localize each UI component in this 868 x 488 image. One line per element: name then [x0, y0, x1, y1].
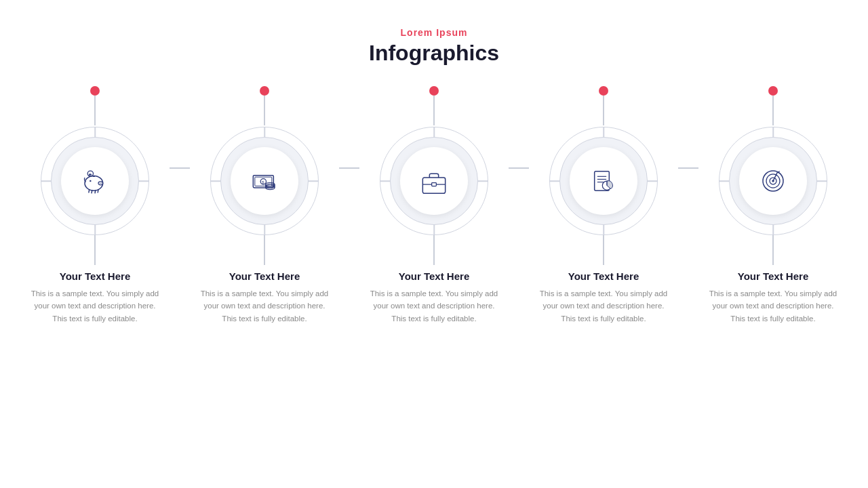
- line-vert-bottom-5: [772, 235, 774, 265]
- svg-line-6: [92, 190, 92, 193]
- inner-circle-2: $: [231, 147, 298, 215]
- svg-point-4: [101, 183, 102, 184]
- text-heading-5: Your Text Here: [705, 270, 841, 282]
- timeline-top-1: [90, 86, 100, 127]
- text-section-4: Your Text Here This is a sample text. Yo…: [536, 270, 671, 325]
- dot-1: [90, 86, 100, 96]
- connector-line-3: [509, 167, 529, 169]
- svg-line-5: [89, 190, 90, 193]
- dot-2: [260, 86, 269, 96]
- text-heading-2: Your Text Here: [197, 270, 332, 282]
- line-vert-top-5: [772, 96, 774, 125]
- text-body-3: This is a sample text. You simply add yo…: [366, 287, 502, 325]
- connector-1-2: [170, 167, 190, 169]
- timeline-top-3: [429, 86, 439, 127]
- text-heading-4: Your Text Here: [536, 270, 671, 282]
- piggy-icon: $: [78, 164, 112, 198]
- item-col-5: Your Text Here This is a sample text. Yo…: [698, 86, 848, 325]
- line-vert-top-2: [264, 96, 265, 125]
- line-vert-bottom-3: [433, 235, 435, 265]
- text-body-4: This is a sample text. You simply add yo…: [536, 287, 671, 325]
- slide: Lorem Ipsum Infographics: [0, 0, 868, 488]
- line-vert-bottom-4: [603, 235, 604, 265]
- timeline-top-2: [260, 86, 269, 127]
- connector-4-5: [678, 167, 698, 169]
- circle-4: [549, 127, 658, 235]
- timeline-top-4: [599, 86, 608, 127]
- line-vert-top-1: [94, 96, 96, 125]
- svg-point-3: [100, 183, 100, 184]
- connector-line-2: [339, 167, 359, 169]
- line-vert-bottom-1: [94, 235, 96, 265]
- line-vert-top-3: [433, 96, 435, 125]
- inner-circle-3: [400, 147, 468, 215]
- header-title: Infographics: [369, 41, 499, 66]
- connector-line-1: [170, 167, 190, 169]
- text-body-1: This is a sample text. You simply add yo…: [27, 287, 163, 325]
- svg-point-2: [98, 182, 103, 185]
- circle-5: [719, 127, 827, 235]
- svg-line-7: [95, 190, 96, 193]
- text-heading-1: Your Text Here: [27, 270, 163, 282]
- item-col-1: $ Your Text Here This is a sample text. …: [20, 86, 170, 325]
- circle-3: [380, 127, 488, 235]
- text-section-5: Your Text Here This is a sample text. Yo…: [705, 270, 841, 325]
- svg-point-35: [772, 180, 774, 182]
- dot-5: [768, 86, 778, 96]
- inner-circle-1: $: [61, 147, 129, 215]
- line-vert-top-4: [603, 96, 604, 125]
- chart-icon: [587, 164, 620, 198]
- circle-1: $: [41, 127, 149, 235]
- connector-3-4: [509, 167, 529, 169]
- text-body-5: This is a sample text. You simply add yo…: [705, 287, 841, 325]
- text-heading-3: Your Text Here: [366, 270, 502, 282]
- text-section-2: Your Text Here This is a sample text. Yo…: [197, 270, 332, 325]
- target-icon: [756, 164, 790, 198]
- svg-line-33: [773, 172, 778, 181]
- dot-3: [429, 86, 439, 96]
- text-body-2: This is a sample text. You simply add yo…: [197, 287, 332, 325]
- item-col-2: $ Your Text Here This is a sample text. …: [190, 86, 339, 325]
- connector-line-4: [678, 167, 698, 169]
- circle-2: $: [210, 127, 319, 235]
- infographic-row: $ Your Text Here This is a sample text. …: [41, 86, 827, 325]
- header: Lorem Ipsum Infographics: [369, 27, 499, 66]
- line-vert-bottom-2: [264, 235, 265, 265]
- svg-rect-23: [432, 183, 437, 186]
- text-section-1: Your Text Here This is a sample text. Yo…: [27, 270, 163, 325]
- item-col-3: Your Text Here This is a sample text. Yo…: [359, 86, 509, 325]
- money-icon: $: [248, 164, 281, 198]
- svg-line-8: [98, 190, 98, 193]
- connector-2-3: [339, 167, 359, 169]
- header-subtitle: Lorem Ipsum: [369, 27, 499, 38]
- dot-4: [599, 86, 608, 96]
- timeline-top-5: [768, 86, 778, 127]
- inner-circle-5: [739, 147, 807, 215]
- text-section-3: Your Text Here This is a sample text. Yo…: [366, 270, 502, 325]
- inner-circle-4: [570, 147, 637, 215]
- svg-point-1: [90, 180, 92, 182]
- briefcase-icon: [417, 164, 451, 198]
- item-col-4: Your Text Here This is a sample text. Yo…: [529, 86, 678, 325]
